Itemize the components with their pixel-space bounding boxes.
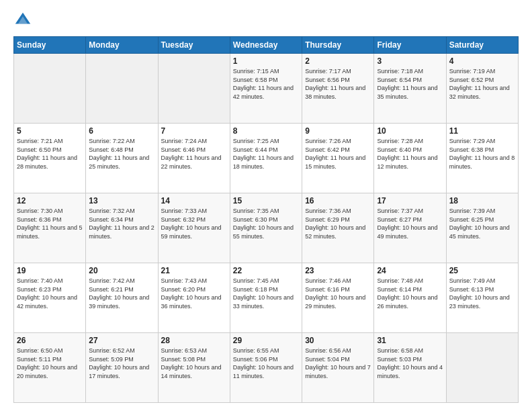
- day-info: Sunrise: 6:56 AM Sunset: 5:04 PM Dayligh…: [305, 347, 371, 380]
- calendar-cell: 1Sunrise: 7:15 AM Sunset: 6:58 PM Daylig…: [230, 54, 302, 124]
- day-number: 16: [305, 196, 371, 205]
- calendar-cell: 2Sunrise: 7:17 AM Sunset: 6:56 PM Daylig…: [302, 54, 374, 124]
- day-info: Sunrise: 7:18 AM Sunset: 6:54 PM Dayligh…: [377, 67, 443, 101]
- day-number: 13: [89, 196, 154, 205]
- day-number: 10: [377, 126, 443, 136]
- calendar-cell: 14Sunrise: 7:33 AM Sunset: 6:32 PM Dayli…: [158, 193, 230, 263]
- day-number: 9: [305, 126, 371, 136]
- day-number: 26: [17, 336, 83, 345]
- day-number: 17: [377, 196, 443, 205]
- calendar-cell: 3Sunrise: 7:18 AM Sunset: 6:54 PM Daylig…: [374, 54, 446, 124]
- calendar-cell: 6Sunrise: 7:22 AM Sunset: 6:48 PM Daylig…: [86, 124, 158, 193]
- weekday-header: Sunday: [14, 37, 86, 54]
- calendar-cell: [86, 54, 158, 124]
- calendar-cell: 31Sunrise: 6:58 AM Sunset: 5:03 PM Dayli…: [374, 333, 446, 403]
- weekday-header: Friday: [374, 37, 446, 54]
- day-number: 7: [161, 126, 227, 136]
- calendar-week-row: 19Sunrise: 7:40 AM Sunset: 6:23 PM Dayli…: [14, 263, 519, 333]
- calendar-cell: 27Sunrise: 6:52 AM Sunset: 5:09 PM Dayli…: [86, 333, 158, 403]
- day-number: 22: [233, 266, 299, 275]
- day-number: 15: [233, 196, 299, 205]
- day-info: Sunrise: 7:39 AM Sunset: 6:25 PM Dayligh…: [449, 207, 515, 240]
- day-number: 24: [377, 266, 443, 275]
- day-number: 19: [17, 266, 83, 275]
- day-info: Sunrise: 6:58 AM Sunset: 5:03 PM Dayligh…: [377, 347, 443, 380]
- calendar-cell: 25Sunrise: 7:49 AM Sunset: 6:13 PM Dayli…: [446, 263, 518, 333]
- day-number: 29: [233, 336, 299, 345]
- day-number: 3: [377, 56, 443, 66]
- calendar-cell: 28Sunrise: 6:53 AM Sunset: 5:08 PM Dayli…: [158, 333, 230, 403]
- calendar-cell: 5Sunrise: 7:21 AM Sunset: 6:50 PM Daylig…: [14, 124, 86, 193]
- calendar-cell: 13Sunrise: 7:32 AM Sunset: 6:34 PM Dayli…: [86, 193, 158, 263]
- calendar-week-row: 26Sunrise: 6:50 AM Sunset: 5:11 PM Dayli…: [14, 333, 519, 403]
- calendar-cell: 23Sunrise: 7:46 AM Sunset: 6:16 PM Dayli…: [302, 263, 374, 333]
- calendar-cell: 12Sunrise: 7:30 AM Sunset: 6:36 PM Dayli…: [14, 193, 86, 263]
- day-info: Sunrise: 7:48 AM Sunset: 6:14 PM Dayligh…: [377, 277, 443, 310]
- calendar-week-row: 12Sunrise: 7:30 AM Sunset: 6:36 PM Dayli…: [14, 193, 519, 263]
- day-number: 14: [161, 196, 227, 205]
- day-number: 1: [233, 56, 299, 66]
- weekday-header: Thursday: [302, 37, 374, 54]
- calendar-cell: 9Sunrise: 7:26 AM Sunset: 6:42 PM Daylig…: [302, 124, 374, 193]
- weekday-header: Wednesday: [230, 37, 302, 54]
- day-info: Sunrise: 7:45 AM Sunset: 6:18 PM Dayligh…: [233, 277, 299, 310]
- day-number: 20: [89, 266, 154, 275]
- calendar-cell: 29Sunrise: 6:55 AM Sunset: 5:06 PM Dayli…: [230, 333, 302, 403]
- day-info: Sunrise: 6:53 AM Sunset: 5:08 PM Dayligh…: [161, 347, 227, 380]
- day-number: 12: [17, 196, 83, 205]
- day-info: Sunrise: 7:24 AM Sunset: 6:46 PM Dayligh…: [161, 137, 227, 171]
- day-number: 5: [17, 126, 83, 136]
- calendar-cell: 17Sunrise: 7:37 AM Sunset: 6:27 PM Dayli…: [374, 193, 446, 263]
- calendar-cell: [158, 54, 230, 124]
- calendar-cell: 30Sunrise: 6:56 AM Sunset: 5:04 PM Dayli…: [302, 333, 374, 403]
- weekday-header: Monday: [86, 37, 158, 54]
- header-row: SundayMondayTuesdayWednesdayThursdayFrid…: [14, 37, 519, 54]
- day-number: 2: [305, 56, 371, 66]
- calendar-cell: 20Sunrise: 7:42 AM Sunset: 6:21 PM Dayli…: [86, 263, 158, 333]
- calendar-body: 1Sunrise: 7:15 AM Sunset: 6:58 PM Daylig…: [14, 54, 519, 403]
- day-number: 30: [305, 336, 371, 345]
- day-number: 18: [449, 196, 515, 205]
- weekday-header: Tuesday: [158, 37, 230, 54]
- logo-icon: [13, 11, 32, 30]
- day-number: 6: [89, 126, 154, 136]
- calendar-cell: [446, 333, 518, 403]
- calendar-cell: 7Sunrise: 7:24 AM Sunset: 6:46 PM Daylig…: [158, 124, 230, 193]
- day-info: Sunrise: 7:40 AM Sunset: 6:23 PM Dayligh…: [17, 277, 83, 310]
- calendar-cell: 10Sunrise: 7:28 AM Sunset: 6:40 PM Dayli…: [374, 124, 446, 193]
- day-info: Sunrise: 6:52 AM Sunset: 5:09 PM Dayligh…: [89, 347, 154, 380]
- day-number: 23: [305, 266, 371, 275]
- page: SundayMondayTuesdayWednesdayThursdayFrid…: [0, 0, 532, 411]
- calendar-week-row: 1Sunrise: 7:15 AM Sunset: 6:58 PM Daylig…: [14, 54, 519, 124]
- calendar-cell: 21Sunrise: 7:43 AM Sunset: 6:20 PM Dayli…: [158, 263, 230, 333]
- day-info: Sunrise: 7:49 AM Sunset: 6:13 PM Dayligh…: [449, 277, 515, 310]
- calendar-cell: 24Sunrise: 7:48 AM Sunset: 6:14 PM Dayli…: [374, 263, 446, 333]
- calendar-cell: 16Sunrise: 7:36 AM Sunset: 6:29 PM Dayli…: [302, 193, 374, 263]
- day-info: Sunrise: 7:37 AM Sunset: 6:27 PM Dayligh…: [377, 207, 443, 240]
- day-info: Sunrise: 7:17 AM Sunset: 6:56 PM Dayligh…: [305, 67, 371, 101]
- day-info: Sunrise: 6:50 AM Sunset: 5:11 PM Dayligh…: [17, 347, 83, 380]
- calendar-cell: 8Sunrise: 7:25 AM Sunset: 6:44 PM Daylig…: [230, 124, 302, 193]
- day-info: Sunrise: 7:19 AM Sunset: 6:52 PM Dayligh…: [449, 67, 515, 101]
- day-info: Sunrise: 7:35 AM Sunset: 6:30 PM Dayligh…: [233, 207, 299, 240]
- calendar-cell: 15Sunrise: 7:35 AM Sunset: 6:30 PM Dayli…: [230, 193, 302, 263]
- day-info: Sunrise: 7:26 AM Sunset: 6:42 PM Dayligh…: [305, 137, 371, 171]
- day-info: Sunrise: 6:55 AM Sunset: 5:06 PM Dayligh…: [233, 347, 299, 380]
- calendar-table: SundayMondayTuesdayWednesdayThursdayFrid…: [13, 36, 519, 403]
- day-info: Sunrise: 7:30 AM Sunset: 6:36 PM Dayligh…: [17, 207, 83, 240]
- header: [13, 11, 519, 30]
- day-info: Sunrise: 7:29 AM Sunset: 6:38 PM Dayligh…: [449, 137, 515, 171]
- day-number: 8: [233, 126, 299, 136]
- calendar-cell: 22Sunrise: 7:45 AM Sunset: 6:18 PM Dayli…: [230, 263, 302, 333]
- day-info: Sunrise: 7:21 AM Sunset: 6:50 PM Dayligh…: [17, 137, 83, 171]
- day-info: Sunrise: 7:46 AM Sunset: 6:16 PM Dayligh…: [305, 277, 371, 310]
- day-info: Sunrise: 7:22 AM Sunset: 6:48 PM Dayligh…: [89, 137, 154, 171]
- calendar-week-row: 5Sunrise: 7:21 AM Sunset: 6:50 PM Daylig…: [14, 124, 519, 193]
- day-info: Sunrise: 7:33 AM Sunset: 6:32 PM Dayligh…: [161, 207, 227, 240]
- day-info: Sunrise: 7:32 AM Sunset: 6:34 PM Dayligh…: [89, 207, 154, 240]
- calendar-cell: 19Sunrise: 7:40 AM Sunset: 6:23 PM Dayli…: [14, 263, 86, 333]
- weekday-header: Saturday: [446, 37, 518, 54]
- day-info: Sunrise: 7:42 AM Sunset: 6:21 PM Dayligh…: [89, 277, 154, 310]
- day-number: 27: [89, 336, 154, 345]
- day-info: Sunrise: 7:28 AM Sunset: 6:40 PM Dayligh…: [377, 137, 443, 171]
